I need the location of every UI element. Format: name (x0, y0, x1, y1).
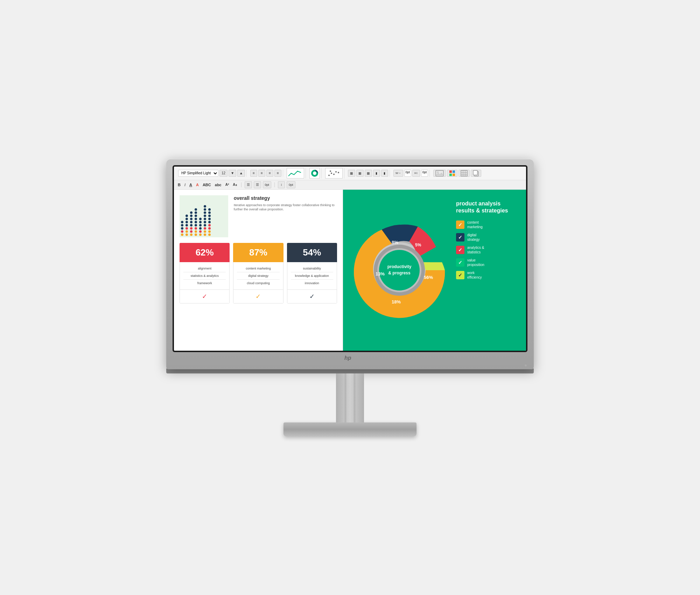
dot (204, 215, 206, 217)
stat-percent-87: 87% (249, 247, 267, 258)
dot (186, 221, 188, 223)
dot (195, 218, 197, 220)
dot-col-2 (186, 215, 188, 236)
stat-card-62: 62% alignment statistics & analytics fra… (180, 243, 230, 303)
stat-footer-62: ✓ (180, 290, 230, 303)
dot (195, 221, 197, 223)
product-analysis-title: product analysis results & strategies (456, 200, 519, 215)
screen-bezel: HP Simplified Light 12 ▼ ▲ ≡ ≡ ≡ ≡ (173, 165, 527, 352)
grid-icon-1[interactable]: ▦ (348, 170, 355, 177)
dot (204, 205, 206, 208)
table-btn[interactable] (458, 170, 470, 177)
svg-point-9 (437, 171, 439, 173)
donut-icon-group (308, 168, 322, 178)
width-input[interactable]: 0pt (404, 170, 412, 177)
height-input[interactable]: 0pt (421, 170, 428, 177)
stat-footer-87: ✓ (233, 290, 283, 303)
italic-btn[interactable]: I (183, 182, 187, 187)
dot (181, 221, 183, 223)
legend-icon-value-proposition: ✓ (456, 258, 464, 267)
font-size-down[interactable]: ▼ (229, 170, 236, 177)
abc-caps-btn[interactable]: ABC (202, 182, 212, 187)
font-size-up[interactable]: ▲ (237, 170, 245, 177)
list-indent-btn[interactable]: ☰ (245, 181, 252, 188)
bar-icon-1[interactable]: ▮ (373, 170, 380, 177)
stat-percent-62: 62% (196, 247, 214, 258)
stat-item-knowledge: knowledge & application (291, 272, 333, 280)
dot (190, 233, 192, 236)
font-group: HP Simplified Light 12 ▼ ▲ (177, 170, 247, 177)
dot (208, 221, 211, 223)
align-group: ≡ ≡ ≡ ≡ (249, 170, 283, 177)
dot (186, 233, 188, 236)
abc-lower-btn[interactable]: abc (214, 182, 223, 187)
underline-a-btn[interactable]: A (188, 182, 193, 187)
width-icon[interactable]: W↔ (393, 170, 403, 177)
stat-item-content-marketing: content marketing (237, 265, 279, 272)
dot (190, 218, 192, 220)
align-justify-btn[interactable]: ≡ (274, 170, 281, 177)
legend-item-analytics: ✓ analytics &statistics (456, 245, 519, 254)
donut-chart-icon[interactable] (309, 168, 320, 178)
pct-label-5: 5% (415, 243, 421, 247)
font-select[interactable]: HP Simplified Light (178, 170, 218, 177)
legend-label-work-efficiency: workefficiency (467, 271, 482, 280)
bar-icon-2[interactable]: ▮ (381, 170, 388, 177)
picture-btn[interactable] (433, 170, 446, 177)
legend-item-digital-strategy: ✓ digitalstrategy (456, 233, 519, 242)
superscript-btn[interactable]: A² (224, 182, 230, 187)
indent-val[interactable]: 0pt (263, 181, 272, 188)
color-a-btn[interactable]: A (195, 182, 200, 187)
legend-item-work-efficiency: ✓ workefficiency (456, 271, 519, 280)
hp-logo: hp (173, 352, 527, 364)
svg-point-6 (338, 172, 339, 173)
svg-rect-8 (436, 170, 443, 176)
bold-btn[interactable]: B (177, 182, 182, 187)
grid-icon-3[interactable]: ▦ (365, 170, 372, 177)
dot (190, 230, 192, 233)
spacing-val[interactable]: 0pt (287, 181, 295, 188)
left-panel: overall strategy Iterative approaches to… (174, 190, 343, 351)
center-circle (379, 250, 420, 290)
line-spacing-btn[interactable]: ↕ (278, 181, 285, 188)
legend-item-content-marketing: ✓ contentmarketing (456, 220, 519, 229)
dot-col-1 (181, 221, 183, 236)
align-center-btn[interactable]: ≡ (258, 170, 265, 177)
dot (195, 215, 197, 217)
height-icon[interactable]: H↕ (412, 170, 420, 177)
dot (190, 211, 192, 214)
monitor-wrapper: HP Simplified Light 12 ▼ ▲ ≡ ≡ ≡ ≡ (158, 159, 542, 436)
dot (204, 221, 206, 223)
color-grid-btn[interactable] (447, 170, 457, 177)
dot (181, 230, 183, 233)
dot (186, 215, 188, 217)
dot (204, 224, 206, 226)
power-indicator (525, 364, 527, 366)
legend-icon-content-marketing: ✓ (456, 220, 464, 229)
align-right-btn[interactable]: ≡ (266, 170, 273, 177)
scatter-chart-icon[interactable] (325, 168, 343, 178)
dot-col-5 (199, 218, 202, 236)
strategy-text: overall strategy Iterative approaches to… (234, 195, 337, 237)
align-left-btn[interactable]: ≡ (250, 170, 257, 177)
pct-label-56: 56% (424, 275, 433, 280)
check-orange-icon: ✓ (255, 293, 261, 300)
stat-item-stats-analytics: statistics & analytics (183, 272, 226, 280)
strategy-description: Iterative approaches to corporate strate… (234, 203, 337, 212)
dot (199, 221, 202, 223)
stat-percent-54: 54% (303, 247, 321, 258)
stat-footer-54: ✓ (287, 290, 337, 303)
stat-card-87: 87% content marketing digital strategy c… (233, 243, 283, 303)
svg-rect-12 (449, 174, 452, 176)
copy-btn[interactable] (471, 170, 481, 177)
list-outdent-btn[interactable]: ☰ (254, 181, 261, 188)
font-size-field[interactable]: 12 (219, 170, 227, 177)
svg-point-1 (313, 172, 316, 175)
grid-icon-2[interactable]: ▦ (356, 170, 364, 177)
dot (195, 233, 197, 236)
dot (190, 224, 192, 226)
line-chart-icon[interactable] (287, 168, 304, 178)
subscript-btn[interactable]: A₂ (232, 182, 238, 187)
dot-chart (180, 195, 228, 237)
dot (195, 211, 197, 214)
